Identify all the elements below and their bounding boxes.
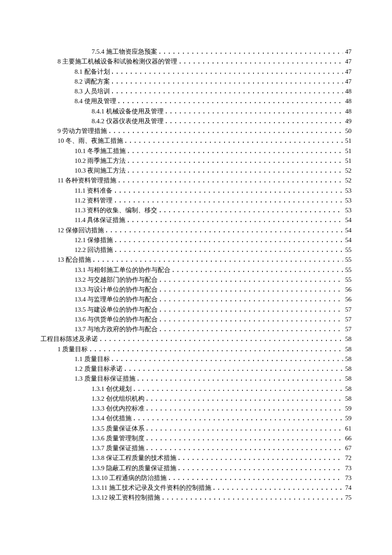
- toc-entry: 13.2 与交越部门的协作与配合........................…: [75, 275, 352, 285]
- toc-page-number: 53: [343, 186, 352, 196]
- toc-label: 1.2 质量目标承诺: [75, 364, 123, 374]
- toc-page-number: 48: [343, 107, 352, 116]
- toc-entry: 1.2 质量目标承诺..............................…: [75, 364, 352, 374]
- toc-label: 8 主要施工机械设备和试验检测仪器的管理: [58, 57, 177, 66]
- toc-entry: 1.3.1 创优规划..............................…: [92, 384, 352, 394]
- toc-label: 1.3.6 质量管理制度: [92, 434, 144, 443]
- toc-page-number: 50: [343, 126, 352, 136]
- toc-page-number: 55: [343, 265, 352, 275]
- toc-leader-dots: ........................................…: [211, 483, 343, 493]
- toc-leader-dots: ........................................…: [158, 315, 343, 324]
- toc-entry: 1.3.6 质量管理制度............................…: [92, 434, 352, 443]
- toc-page-number: 57: [343, 315, 352, 324]
- toc-leader-dots: ........................................…: [126, 156, 343, 166]
- toc-label: 13.6 与供货单位的协作与配合: [75, 315, 158, 324]
- toc-entry: 13.6 与供货单位的协作与配合........................…: [75, 315, 352, 324]
- toc-entry: 13.3 与设计单位的协作与配合........................…: [75, 285, 352, 295]
- toc-label: 8.4.2 仪器仪表使用及管理: [92, 116, 164, 126]
- toc-entry: 1.3.12 竣工资料控制措施.........................…: [92, 493, 352, 503]
- toc-label: 8.2 调配方案: [75, 77, 110, 87]
- toc-page-number: 66: [343, 434, 352, 443]
- toc-page-number: 58: [343, 364, 352, 374]
- toc-leader-dots: ........................................…: [126, 146, 343, 156]
- toc-label: 13.3 与设计单位的协作与配合: [75, 285, 158, 295]
- toc-label: 13.1 与相邻施工单位的协作与配合: [75, 265, 170, 275]
- toc-leader-dots: ........................................…: [98, 334, 343, 344]
- toc-page-number: 52: [343, 166, 352, 176]
- toc-label: 13 配合措施: [58, 255, 91, 265]
- toc-label: 10.2 雨季施工方法: [75, 156, 126, 166]
- toc-entry: 9 劳动力管理措施...............................…: [58, 126, 352, 136]
- toc-label: 1.3.1 创优规划: [92, 384, 132, 394]
- toc-label: 1.3.2 创优组织机构: [92, 394, 144, 404]
- toc-entry: 12.1 保修措施...............................…: [75, 235, 352, 245]
- toc-page-number: 58: [343, 334, 352, 344]
- toc-page-number: 58: [343, 394, 352, 404]
- toc-label: 13.2 与交越部门的协作与配合: [75, 275, 158, 285]
- toc-page-number: 53: [343, 196, 352, 205]
- toc-page-number: 55: [343, 255, 352, 265]
- toc-entry: 8.2 调配方案................................…: [75, 77, 352, 87]
- toc-entry: 8.3 人员培训................................…: [75, 87, 352, 96]
- toc-entry: 10.3 夜间施工方法.............................…: [75, 166, 352, 176]
- toc-label: 1.3.5 质量保证体系: [92, 424, 144, 434]
- toc-label: 1.1 质量目标: [75, 354, 110, 364]
- toc-page-number: 56: [343, 295, 352, 304]
- toc-leader-dots: ........................................…: [167, 473, 343, 483]
- toc-page-number: 67: [343, 443, 352, 453]
- toc-label: 13.5 与建设单位的协作与配合: [75, 305, 158, 315]
- toc-entry: 13.1 与相邻施工单位的协作与配合......................…: [75, 265, 352, 275]
- toc-entry: 1.3.7 质量保证措施............................…: [92, 443, 352, 453]
- toc-entry: 1.3.8 保证工程质量的技术措施.......................…: [92, 453, 352, 463]
- toc-leader-dots: ........................................…: [123, 136, 343, 146]
- toc-page-number: 51: [343, 136, 352, 146]
- toc-entry: 1.3.2 创优组织机构............................…: [92, 394, 352, 404]
- toc-entry: 11.4 具体保证措施.............................…: [75, 215, 352, 225]
- toc-entry: 8.4.1 机械设备使用及管理.........................…: [92, 107, 352, 116]
- toc-label: 11.3 资料的收集、编制、移交: [75, 205, 157, 215]
- toc-leader-dots: ........................................…: [158, 275, 343, 285]
- toc-entry: 12 保修回访措施...............................…: [58, 225, 352, 235]
- toc-leader-dots: ........................................…: [116, 96, 343, 106]
- toc-page-number: 51: [343, 156, 352, 166]
- toc-page-number: 47: [343, 67, 352, 77]
- toc-entry: 12.2 回访措施...............................…: [75, 245, 352, 255]
- toc-leader-dots: ........................................…: [144, 394, 343, 404]
- toc-page-number: 59: [343, 413, 352, 423]
- toc-leader-dots: ........................................…: [123, 364, 343, 374]
- toc-page-number: 48: [343, 87, 352, 96]
- toc-entry: 1 质量目标..................................…: [58, 344, 352, 354]
- toc-leader-dots: ........................................…: [113, 245, 343, 255]
- table-of-contents: 7.5.4 施工物资应急预案..........................…: [40, 47, 352, 503]
- toc-leader-dots: ........................................…: [157, 205, 343, 215]
- toc-page-number: 54: [343, 225, 352, 235]
- toc-leader-dots: ........................................…: [126, 166, 343, 176]
- toc-leader-dots: ........................................…: [177, 57, 343, 66]
- toc-leader-dots: ........................................…: [88, 344, 343, 354]
- toc-entry: 11.3 资料的收集、编制、移交........................…: [75, 205, 352, 215]
- toc-label: 1.3 质量目标保证措施: [75, 374, 135, 384]
- toc-entry: 1.3.3 创优内控标准............................…: [92, 404, 352, 413]
- toc-label: 12.2 回访措施: [75, 245, 113, 255]
- toc-leader-dots: ........................................…: [125, 215, 343, 225]
- toc-entry: 13.7 与地方政府的协作与配合........................…: [75, 324, 352, 334]
- toc-page-number: 48: [343, 96, 352, 106]
- toc-leader-dots: ........................................…: [144, 443, 343, 453]
- toc-leader-dots: ........................................…: [135, 374, 343, 384]
- toc-entry: 13 配合措施.................................…: [58, 255, 352, 265]
- toc-label: 8.4.1 机械设备使用及管理: [92, 107, 164, 116]
- toc-page-number: 47: [343, 57, 352, 66]
- toc-label: 10.3 夜间施工方法: [75, 166, 126, 176]
- toc-entry: 8.1 配备计划................................…: [75, 67, 352, 77]
- toc-entry: 13.5 与建设单位的协作与配合........................…: [75, 305, 352, 315]
- toc-entry: 11.2 资料管理...............................…: [75, 196, 352, 205]
- toc-leader-dots: ........................................…: [110, 87, 343, 96]
- toc-page-number: 61: [343, 424, 352, 434]
- toc-page-number: 51: [343, 146, 352, 156]
- toc-label: 8.1 配备计划: [75, 67, 110, 77]
- toc-entry: 1.3.5 质量保证体系............................…: [92, 424, 352, 434]
- toc-page-number: 47: [343, 77, 352, 87]
- toc-entry: 工程目标陈述及承诺...............................…: [40, 334, 352, 344]
- toc-entry: 1.3 质量目标保证措施............................…: [75, 374, 352, 384]
- toc-leader-dots: ........................................…: [170, 265, 343, 275]
